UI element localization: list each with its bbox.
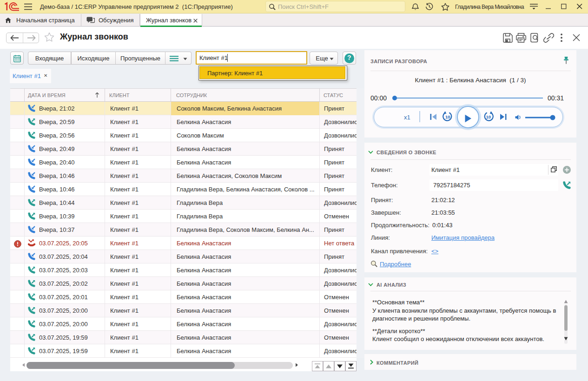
svg-text:10: 10 [486,114,491,119]
svg-text:10: 10 [445,114,450,119]
